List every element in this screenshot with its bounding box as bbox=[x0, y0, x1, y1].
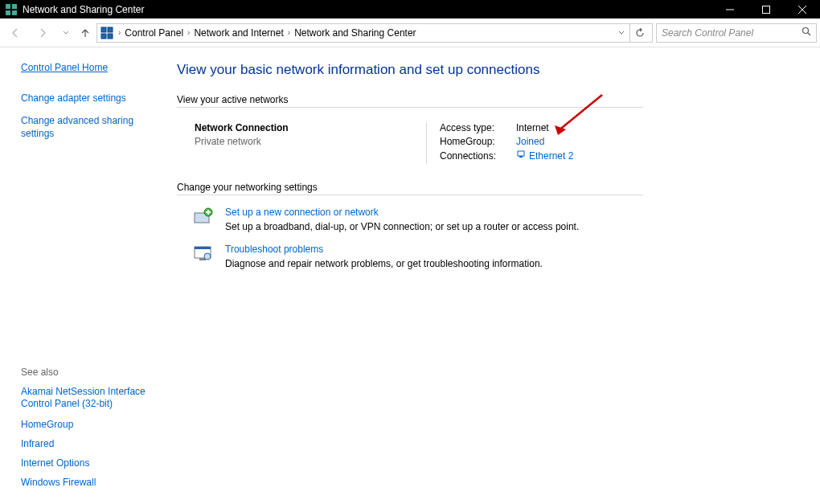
see-also-link[interactable]: Internet Options bbox=[21, 457, 153, 469]
maximize-button[interactable] bbox=[748, 0, 784, 18]
titlebar: Network and Sharing Center bbox=[0, 0, 820, 18]
chevron-right-icon[interactable]: › bbox=[186, 28, 191, 37]
change-sharing-link[interactable]: Change advanced sharing settings bbox=[21, 115, 153, 140]
app-icon bbox=[5, 3, 18, 16]
breadcrumb-seg-2[interactable]: Network and Internet bbox=[191, 27, 285, 39]
close-button[interactable] bbox=[784, 0, 820, 18]
connections-label: Connections: bbox=[440, 150, 516, 162]
forward-button[interactable] bbox=[31, 22, 55, 44]
see-also-link[interactable]: HomeGroup bbox=[21, 419, 153, 430]
change-adapter-link[interactable]: Change adapter settings bbox=[21, 92, 153, 104]
svg-rect-10 bbox=[101, 34, 106, 39]
chevron-right-icon[interactable]: › bbox=[286, 28, 292, 37]
svg-point-12 bbox=[803, 28, 809, 34]
svg-rect-0 bbox=[6, 4, 10, 9]
minimize-button[interactable] bbox=[711, 0, 748, 18]
see-also-header: See also bbox=[21, 367, 153, 378]
see-also-link[interactable]: Akamai NetSession Interface Control Pane… bbox=[21, 386, 153, 411]
svg-rect-5 bbox=[762, 6, 769, 13]
svg-rect-2 bbox=[6, 10, 10, 15]
svg-rect-1 bbox=[12, 4, 17, 9]
homegroup-link[interactable]: Joined bbox=[516, 136, 544, 147]
svg-rect-9 bbox=[108, 27, 113, 32]
active-networks-header: View your active networks bbox=[177, 94, 820, 105]
setup-connection-link[interactable]: Set up a new connection or network bbox=[225, 207, 379, 218]
chevron-right-icon[interactable]: › bbox=[117, 28, 122, 37]
svg-rect-15 bbox=[519, 156, 523, 158]
back-button[interactable] bbox=[3, 22, 27, 44]
sidebar: Control Panel Home Change adapter settin… bbox=[0, 47, 161, 504]
svg-rect-3 bbox=[12, 10, 17, 15]
search-input[interactable] bbox=[662, 27, 802, 39]
change-settings-header: Change your networking settings bbox=[177, 182, 820, 193]
ethernet-icon bbox=[516, 150, 526, 162]
svg-rect-14 bbox=[518, 151, 524, 156]
control-panel-home-link[interactable]: Control Panel Home bbox=[21, 62, 153, 73]
troubleshoot-icon bbox=[193, 244, 214, 264]
setup-connection-icon bbox=[193, 207, 214, 227]
see-also-link[interactable]: Windows Firewall bbox=[21, 477, 153, 488]
addressbar: › Control Panel › Network and Internet ›… bbox=[0, 18, 820, 47]
divider bbox=[177, 195, 643, 195]
homegroup-label: HomeGroup: bbox=[440, 136, 516, 147]
recent-dropdown[interactable] bbox=[58, 22, 74, 44]
connection-link[interactable]: Ethernet 2 bbox=[529, 150, 573, 162]
breadcrumb-seg-3[interactable]: Network and Sharing Center bbox=[292, 27, 418, 39]
svg-point-23 bbox=[204, 253, 211, 260]
main-area: View your basic network information and … bbox=[161, 47, 820, 504]
search-box[interactable] bbox=[656, 23, 817, 43]
svg-rect-11 bbox=[108, 34, 113, 39]
address-box[interactable]: › Control Panel › Network and Internet ›… bbox=[96, 23, 653, 43]
svg-line-13 bbox=[808, 33, 810, 35]
up-button[interactable] bbox=[77, 22, 93, 44]
svg-rect-21 bbox=[195, 247, 211, 249]
refresh-button[interactable] bbox=[629, 24, 649, 42]
svg-rect-8 bbox=[101, 27, 106, 32]
network-type: Private network bbox=[195, 136, 426, 147]
see-also-link[interactable]: Infrared bbox=[21, 438, 153, 449]
access-type-value: Internet bbox=[516, 122, 549, 133]
access-type-label: Access type: bbox=[440, 122, 516, 133]
breadcrumb-seg-1[interactable]: Control Panel bbox=[122, 27, 186, 39]
network-center-icon bbox=[100, 27, 113, 39]
troubleshoot-link[interactable]: Troubleshoot problems bbox=[225, 244, 323, 255]
troubleshoot-desc: Diagnose and repair network problems, or… bbox=[225, 258, 543, 269]
page-heading: View your basic network information and … bbox=[177, 62, 820, 78]
search-icon[interactable] bbox=[802, 27, 811, 39]
address-dropdown-icon[interactable] bbox=[613, 27, 629, 39]
titlebar-title: Network and Sharing Center bbox=[23, 4, 711, 15]
network-name: Network Connection bbox=[195, 122, 426, 133]
divider bbox=[177, 107, 643, 108]
setup-connection-desc: Set up a broadband, dial-up, or VPN conn… bbox=[225, 221, 579, 232]
